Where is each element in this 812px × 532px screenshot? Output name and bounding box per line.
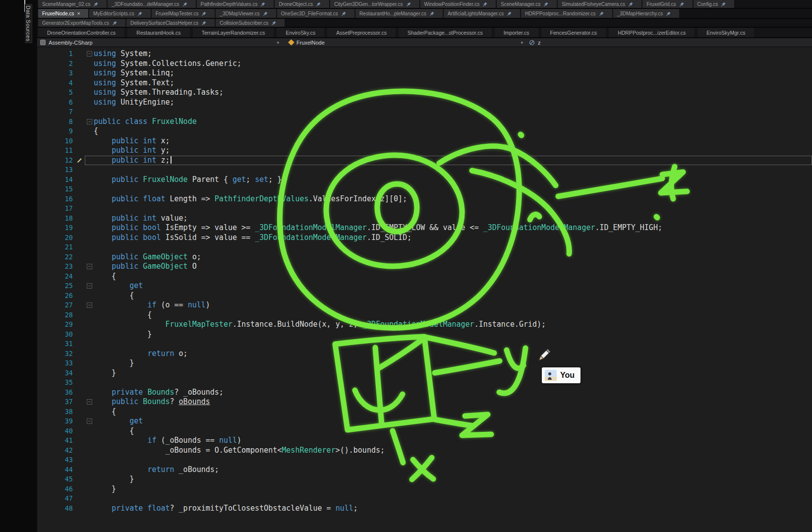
code-line-14[interactable]: 14 public FruxelNode Parent { get; set; … xyxy=(37,175,812,185)
tab-fruxelgrid-cs[interactable]: FruxelGrid.cs xyxy=(642,0,692,8)
pin-icon[interactable] xyxy=(666,11,671,16)
tab-3dmapviewer-cs[interactable]: _3DMapViewer.cs xyxy=(216,9,276,18)
line-number[interactable]: 40 xyxy=(37,426,77,436)
line-number[interactable]: 23 xyxy=(37,262,77,272)
pin-icon[interactable] xyxy=(263,11,268,16)
code-line-37[interactable]: 37− public Bounds? oBounds xyxy=(37,397,812,407)
tab-onesec3d-fileformat-cs[interactable]: OneSec3D_FileFormat.cs xyxy=(277,9,354,18)
type-dropdown[interactable]: FruxelNode ▾ xyxy=(282,38,526,47)
code-line-30[interactable]: 30 } xyxy=(37,330,812,340)
line-number[interactable]: 46 xyxy=(37,484,77,494)
pin-icon[interactable] xyxy=(182,1,188,7)
code-line-47[interactable]: 47 xyxy=(37,494,812,504)
code-line-19[interactable]: 19 public bool IsEmpty => value >= _3DFo… xyxy=(37,223,812,233)
code-line-20[interactable]: 20 public bool IsSolid => value == _3DFo… xyxy=(37,233,812,243)
line-number[interactable]: 48 xyxy=(37,504,77,514)
line-number[interactable]: 29 xyxy=(37,320,77,330)
fold-marker[interactable]: − xyxy=(87,302,92,308)
chevron-down-icon[interactable]: ▾ xyxy=(277,40,279,45)
code-line-42[interactable]: 42 _oBounds = O.GetComponent<MeshRendere… xyxy=(37,446,812,456)
line-number[interactable]: 6 xyxy=(37,98,77,108)
code-line-46[interactable]: 46 } xyxy=(37,484,812,494)
code-line-4[interactable]: 4using System.Text; xyxy=(37,78,812,88)
line-number[interactable]: 19 xyxy=(37,223,77,233)
code-line-1[interactable]: 1−using System; xyxy=(37,49,812,59)
line-number[interactable]: 28 xyxy=(37,310,77,320)
code-line-21[interactable]: 21 xyxy=(37,242,812,252)
line-number[interactable]: 7 xyxy=(37,107,77,117)
tab-importer-cs[interactable]: Importer.cs xyxy=(495,28,538,37)
code-line-43[interactable]: 43 xyxy=(37,455,812,465)
code-line-36[interactable]: 36 private Bounds? _oBounds; xyxy=(37,388,812,398)
line-number[interactable]: 9 xyxy=(37,126,77,136)
chevron-down-icon[interactable]: ▾ xyxy=(521,40,523,45)
line-number[interactable]: 42 xyxy=(37,446,77,456)
line-number[interactable]: 14 xyxy=(37,175,77,185)
code-line-17[interactable]: 17 xyxy=(37,204,812,214)
tab-artificiallightsmanager-cs[interactable]: ArtificialLightsManager.cs xyxy=(444,9,520,18)
tab-fruxelmaptester-cs[interactable]: FruxelMapTester.cs xyxy=(152,9,215,18)
fold-marker[interactable]: − xyxy=(87,283,92,289)
fold-marker[interactable]: − xyxy=(87,119,92,124)
tab-terrainlayerrandomizer-cs[interactable]: TerrainLayerRandomizer.cs xyxy=(193,28,274,37)
code-line-38[interactable]: 38 { xyxy=(37,407,812,417)
line-number[interactable]: 44 xyxy=(37,465,77,475)
tab-droneorientationcontroller-cs[interactable]: DroneOrientationController.cs xyxy=(38,28,124,37)
pin-icon[interactable] xyxy=(429,11,435,16)
tab-fencesgenerator-cs[interactable]: FencesGenerator.cs xyxy=(541,28,606,37)
line-number[interactable]: 39 xyxy=(37,416,77,426)
line-number[interactable]: 8 xyxy=(37,117,77,127)
code-area[interactable]: 1−using System;2using System.Collections… xyxy=(37,47,812,532)
fold-marker[interactable]: − xyxy=(87,399,92,405)
tab-config-cs[interactable]: Config.cs xyxy=(694,0,735,8)
code-line-45[interactable]: 45 } xyxy=(37,474,812,484)
code-line-44[interactable]: 44 return _oBounds; xyxy=(37,465,812,475)
fold-marker[interactable]: − xyxy=(87,51,92,57)
line-number[interactable]: 18 xyxy=(37,214,77,224)
code-line-31[interactable]: 31 xyxy=(37,339,812,349)
line-number[interactable]: 24 xyxy=(37,272,77,282)
line-number[interactable]: 2 xyxy=(37,59,77,69)
tab-collisionsubscriber-cs[interactable]: CollisionSubscriber.cs xyxy=(216,19,285,27)
code-line-40[interactable]: 40 { xyxy=(37,426,812,436)
pin-icon[interactable] xyxy=(201,11,207,16)
tab-windowpositionfinder-cs[interactable]: WindowPositionFinder.cs xyxy=(420,0,496,8)
code-line-3[interactable]: 3using System.Linq; xyxy=(37,68,812,78)
tab-scenemanager-cs[interactable]: SceneManager.cs xyxy=(497,0,557,8)
line-number[interactable]: 26 xyxy=(37,291,77,301)
code-line-10[interactable]: 10 public int x; xyxy=(37,136,812,146)
tab-myeditorscripts-cs[interactable]: MyEditorScripts.cs xyxy=(89,9,151,18)
pin-icon[interactable] xyxy=(341,11,347,16)
tab-pathfinderdepthvalues-cs[interactable]: PathfinderDepthValues.cs xyxy=(197,0,274,8)
tab-assetpreprocessor-cs[interactable]: AssetPreprocessor.cs xyxy=(327,28,396,37)
pin-icon[interactable] xyxy=(112,20,117,26)
pin-icon[interactable] xyxy=(137,11,143,16)
line-number[interactable]: 47 xyxy=(37,494,77,504)
line-number[interactable]: 11 xyxy=(37,146,77,156)
code-line-39[interactable]: 39− get xyxy=(37,416,812,426)
code-line-12[interactable]: 12 public int z; xyxy=(37,156,812,166)
code-line-13[interactable]: 13 xyxy=(37,165,812,175)
line-number[interactable]: 34 xyxy=(37,368,77,378)
line-number[interactable]: 13 xyxy=(37,165,77,175)
pin-icon[interactable] xyxy=(721,1,726,7)
code-line-23[interactable]: 23− public GameObject O xyxy=(37,262,812,272)
tab-hdrppostproc-izereditor-cs[interactable]: HDRPPostproc...izerEditor.cs xyxy=(609,28,695,37)
code-line-24[interactable]: 24 { xyxy=(37,272,812,282)
line-number[interactable]: 16 xyxy=(37,194,77,204)
tab-3dmaphierarchy-cs[interactable]: _3DMapHierarchy.cs xyxy=(613,9,680,18)
code-line-6[interactable]: 6using UnityEngine; xyxy=(37,98,812,108)
code-line-18[interactable]: 18 public int value; xyxy=(37,214,812,224)
tab-enviroskymgr-cs[interactable]: EnviroSkyMgr.cs xyxy=(697,28,754,37)
fold-marker[interactable]: − xyxy=(87,264,92,269)
code-line-28[interactable]: 28 { xyxy=(37,310,812,320)
member-dropdown[interactable]: z xyxy=(526,38,812,47)
tab-citygen3dgen-torwrapper-cs[interactable]: CityGen3DGen...torWrapper.cs xyxy=(330,0,419,8)
pin-icon[interactable] xyxy=(271,20,277,26)
tab-restaurantho-plemanager-cs[interactable]: RestaurantHo...pleManager.cs xyxy=(355,9,443,18)
tab-generator2exportmaptools-cs[interactable]: Generator2ExportMapTools.cs xyxy=(38,19,125,27)
code-line-29[interactable]: 29 FruxelMapTester.Instance.BuildNode(x,… xyxy=(37,320,812,330)
code-line-2[interactable]: 2using System.Collections.Generic; xyxy=(37,59,812,69)
tab-deliverysurfaceclasshelper-cs[interactable]: DeliverySurfaceClassHelper.cs xyxy=(126,19,215,27)
code-line-15[interactable]: 15 xyxy=(37,184,812,194)
